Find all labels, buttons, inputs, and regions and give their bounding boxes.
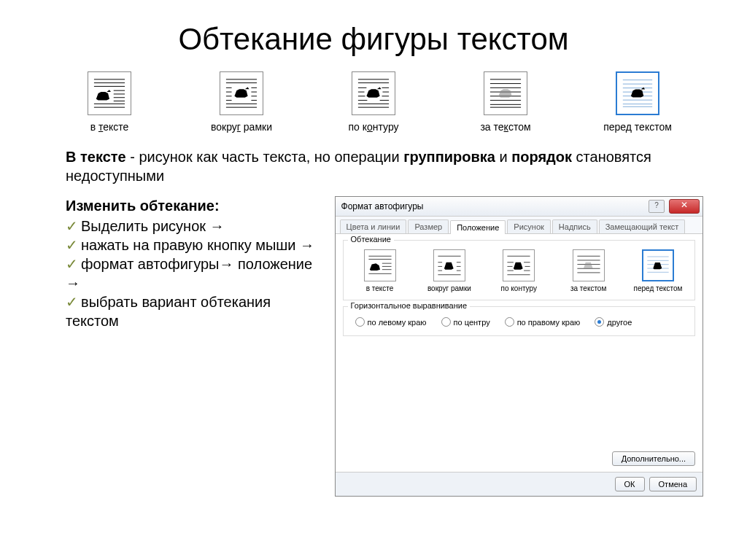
wrap-front-label: перед текстом [603, 121, 672, 133]
wrap-option-behind: за текстом [462, 71, 549, 133]
instruction-step: Выделить рисунок → [66, 217, 320, 236]
align-fieldset: Горизонтальное выравнивание по левому кр… [343, 306, 695, 336]
wrap-tight-icon [352, 71, 395, 115]
wrap-behind-icon [484, 71, 527, 115]
cancel-button[interactable]: Отмена [649, 477, 697, 491]
tab-alttext[interactable]: Замещающий текст [599, 219, 686, 233]
wrap-square-icon [433, 249, 465, 281]
wrap-option-tight: по контуру [330, 71, 417, 133]
align-right-option[interactable]: по правому краю [505, 317, 581, 327]
tab-size[interactable]: Размер [408, 219, 449, 233]
wrap-options-row: в тексте вокруг рамки [44, 71, 703, 133]
help-button[interactable]: ? [649, 200, 665, 213]
wrap-option-square: вокруг рамки [198, 71, 285, 133]
wrap-tight-label: по контуру [348, 121, 398, 133]
instruction-step: выбрать вариант обтекания текстом [66, 292, 320, 330]
wrap-square-icon [220, 71, 263, 115]
wrap-option-front: перед текстом [594, 71, 681, 133]
dialog-footer: ОК Отмена [336, 472, 703, 496]
wrap-front-icon [616, 71, 659, 115]
dialog-titlebar[interactable]: Формат автофигуры ? ✕ [336, 197, 703, 217]
wrap-behind-label: за текстом [480, 121, 530, 133]
description-text: В тексте - рисунок как часть текста, но … [66, 147, 681, 185]
wrap-fieldset: Обтекание в тексте вокруг рамки по ко [343, 240, 695, 300]
align-fieldset-label: Горизонтальное выравнивание [348, 301, 470, 310]
align-left-option[interactable]: по левому краю [355, 317, 427, 327]
instruction-step: формат автофигуры→ положение → [66, 254, 320, 292]
format-autoshape-dialog: Формат автофигуры ? ✕ Цвета и линии Разм… [335, 196, 703, 497]
wrap-choice-inline[interactable]: в тексте [351, 249, 409, 292]
dialog-body: Обтекание в тексте вокруг рамки по ко [336, 234, 703, 472]
wrap-choice-behind[interactable]: за текстом [560, 249, 618, 292]
instruction-step: нажать на правую кнопку мыши → [66, 236, 320, 254]
tab-position[interactable]: Положение [450, 220, 506, 234]
wrap-fieldset-label: Обтекание [348, 235, 394, 244]
align-other-option[interactable]: другое [595, 317, 632, 327]
wrap-front-icon [642, 249, 674, 281]
wrap-behind-icon [573, 249, 605, 281]
dialog-title: Формат автофигуры [341, 201, 424, 211]
wrap-inline-icon [88, 71, 131, 115]
advanced-button[interactable]: Дополнительно... [612, 451, 695, 466]
wrap-square-label: вокруг рамки [211, 121, 272, 133]
wrap-choice-front[interactable]: перед текстом [629, 249, 687, 292]
wrap-choice-square[interactable]: вокруг рамки [420, 249, 479, 292]
slide-title: Обтекание фигуры текстом [44, 22, 703, 57]
wrap-option-inline: в тексте [66, 71, 153, 133]
wrap-inline-label: в тексте [90, 121, 129, 133]
wrap-choice-tight[interactable]: по контуру [489, 249, 548, 292]
close-button[interactable]: ✕ [669, 199, 700, 214]
align-center-option[interactable]: по центру [441, 317, 490, 327]
instructions-block: Изменить обтекание: Выделить рисунок → н… [44, 196, 320, 497]
tab-colors[interactable]: Цвета и линии [340, 219, 407, 233]
ok-button[interactable]: ОК [615, 477, 645, 491]
wrap-tight-icon [503, 249, 535, 281]
dialog-tabs: Цвета и линии Размер Положение Рисунок Н… [336, 217, 703, 234]
tab-textbox[interactable]: Надпись [552, 219, 597, 233]
wrap-inline-icon [364, 249, 396, 281]
tab-picture[interactable]: Рисунок [507, 219, 551, 233]
instructions-title: Изменить обтекание: [66, 196, 320, 215]
